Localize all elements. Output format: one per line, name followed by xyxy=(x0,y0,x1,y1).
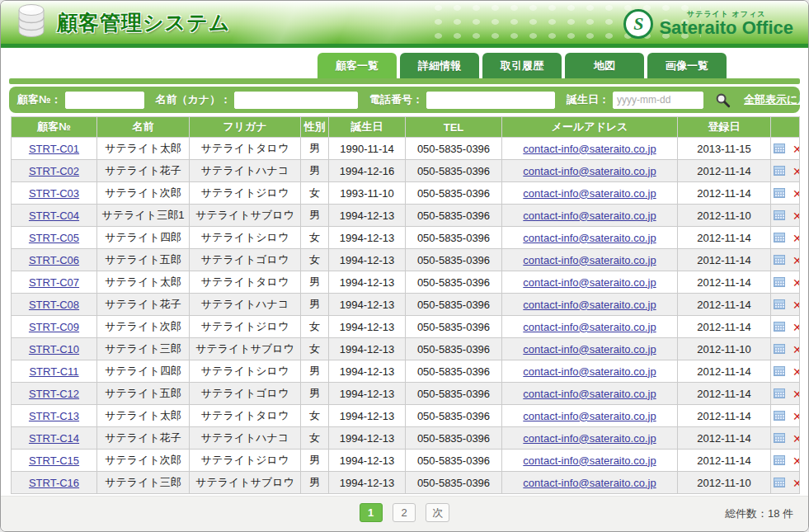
delete-icon[interactable]: ✕ xyxy=(793,231,800,244)
detail-grid-icon[interactable] xyxy=(774,144,785,153)
email-link[interactable]: contact-info@sateraito.co.jp xyxy=(523,210,656,222)
page-button-1[interactable]: 1 xyxy=(360,503,383,522)
detail-grid-icon[interactable] xyxy=(774,322,785,332)
detail-grid-icon[interactable] xyxy=(774,411,785,421)
customer-no-link[interactable]: STRT-C15 xyxy=(29,454,79,467)
delete-icon[interactable]: ✕ xyxy=(793,186,800,200)
customer-no-link[interactable]: STRT-C03 xyxy=(29,187,79,200)
table-row: STRT-C13サテライト太郎サテライトタロウ女1994-12-13050-58… xyxy=(12,405,800,427)
detail-grid-icon[interactable] xyxy=(774,210,785,220)
detail-grid-icon[interactable] xyxy=(774,344,785,354)
next-page-button[interactable]: 次 xyxy=(426,503,449,522)
delete-icon[interactable]: ✕ xyxy=(793,298,800,311)
email-link[interactable]: contact-info@sateraito.co.jp xyxy=(523,343,656,355)
detail-grid-icon[interactable] xyxy=(774,433,785,443)
delete-icon[interactable]: ✕ xyxy=(793,365,800,378)
birthday-cell: 1994-12-13 xyxy=(329,360,406,383)
customer-no-link[interactable]: STRT-C06 xyxy=(29,254,79,266)
registered-cell: 2012-11-14 xyxy=(678,182,771,205)
detail-grid-icon[interactable] xyxy=(774,255,785,265)
birthday-cell: 1994-12-13 xyxy=(329,338,406,360)
customer-no-input[interactable] xyxy=(65,92,144,109)
kana-cell: サテライトタロウ xyxy=(190,271,301,294)
birthday-input[interactable] xyxy=(613,92,703,109)
tab-transaction-history[interactable]: 取引履歴 xyxy=(482,53,562,78)
tab-detail-info[interactable]: 詳細情報 xyxy=(400,53,479,78)
customer-no-link[interactable]: STRT-C16 xyxy=(29,477,79,489)
app-window: 顧客管理システム S サテライト オフィス Sateraito Office 顧… xyxy=(0,0,809,532)
customer-no-link[interactable]: STRT-C04 xyxy=(29,210,79,222)
email-link[interactable]: contact-info@sateraito.co.jp xyxy=(523,187,656,200)
col-header-gender: 性別 xyxy=(301,117,329,138)
detail-grid-icon[interactable] xyxy=(774,455,785,465)
customer-no-link[interactable]: STRT-C08 xyxy=(29,299,79,311)
customer-no-link[interactable]: STRT-C07 xyxy=(29,276,79,289)
customer-no-link[interactable]: STRT-C09 xyxy=(29,321,79,333)
customer-no-link[interactable]: STRT-C10 xyxy=(29,343,79,355)
delete-icon[interactable]: ✕ xyxy=(793,142,800,155)
email-link[interactable]: contact-info@sateraito.co.jp xyxy=(523,232,656,244)
delete-icon[interactable]: ✕ xyxy=(793,409,800,422)
database-icon xyxy=(14,2,49,42)
col-header-email: メールアドレス xyxy=(502,117,678,138)
delete-icon[interactable]: ✕ xyxy=(793,275,800,289)
tab-image-list[interactable]: 画像一覧 xyxy=(647,53,727,78)
customer-no-link[interactable]: STRT-C11 xyxy=(29,365,78,378)
email-link[interactable]: contact-info@sateraito.co.jp xyxy=(523,321,656,333)
delete-icon[interactable]: ✕ xyxy=(793,342,800,355)
page-button-2[interactable]: 2 xyxy=(393,503,416,522)
customer-no-link[interactable]: STRT-C14 xyxy=(29,432,79,445)
tab-map[interactable]: 地図 xyxy=(565,53,644,78)
detail-grid-icon[interactable] xyxy=(774,277,785,287)
col-header-name: 名前 xyxy=(97,117,190,138)
detail-grid-icon[interactable] xyxy=(774,388,785,398)
name-cell: サテライト太郎 xyxy=(97,271,190,294)
registered-cell: 2012-11-14 xyxy=(678,249,771,271)
registered-cell: 2012-11-14 xyxy=(678,405,771,427)
registered-cell: 2012-11-14 xyxy=(678,227,771,249)
delete-icon[interactable]: ✕ xyxy=(793,209,800,222)
email-link[interactable]: contact-info@sateraito.co.jp xyxy=(523,454,656,467)
tab-customer-list[interactable]: 顧客一覧 xyxy=(317,53,397,78)
detail-grid-icon[interactable] xyxy=(774,366,785,376)
email-link[interactable]: contact-info@sateraito.co.jp xyxy=(523,432,656,445)
delete-icon[interactable]: ✕ xyxy=(793,164,800,177)
detail-grid-icon[interactable] xyxy=(774,188,785,198)
registered-cell: 2012-11-10 xyxy=(678,338,771,360)
tel-input[interactable] xyxy=(426,92,555,109)
delete-icon[interactable]: ✕ xyxy=(793,253,800,266)
delete-icon[interactable]: ✕ xyxy=(793,476,800,489)
customer-no-link[interactable]: STRT-C13 xyxy=(29,410,79,422)
birthday-cell: 1994-12-13 xyxy=(329,472,406,494)
customer-no-link[interactable]: STRT-C12 xyxy=(29,388,79,400)
email-link[interactable]: contact-info@sateraito.co.jp xyxy=(523,365,656,378)
detail-grid-icon[interactable] xyxy=(774,233,785,242)
search-icon[interactable] xyxy=(715,92,731,108)
email-link[interactable]: contact-info@sateraito.co.jp xyxy=(523,477,656,489)
gender-cell: 女 xyxy=(301,316,329,338)
customer-no-link[interactable]: STRT-C05 xyxy=(29,232,79,244)
name-cell: サテライト花子 xyxy=(97,427,190,450)
email-link[interactable]: contact-info@sateraito.co.jp xyxy=(523,410,656,422)
delete-icon[interactable]: ✕ xyxy=(793,454,800,467)
detail-grid-icon[interactable] xyxy=(774,478,785,487)
name-cell: サテライト五郎 xyxy=(97,383,190,405)
show-all-reset-link[interactable]: 全部表示に戻す xyxy=(744,92,809,107)
customer-no-link[interactable]: STRT-C01 xyxy=(29,143,79,155)
customer-no-link[interactable]: STRT-C02 xyxy=(29,165,79,177)
email-link[interactable]: contact-info@sateraito.co.jp xyxy=(523,254,656,266)
email-link[interactable]: contact-info@sateraito.co.jp xyxy=(523,299,656,311)
name-kana-input[interactable] xyxy=(234,92,358,109)
delete-icon[interactable]: ✕ xyxy=(793,387,800,400)
detail-grid-icon[interactable] xyxy=(774,166,785,176)
detail-grid-icon[interactable] xyxy=(774,299,785,309)
email-link[interactable]: contact-info@sateraito.co.jp xyxy=(523,165,656,177)
search-filter-bar: 顧客№： 名前（カナ）： 電話番号： 誕生日： 全部表示に戻す xyxy=(9,87,800,113)
email-link[interactable]: contact-info@sateraito.co.jp xyxy=(523,276,656,289)
delete-icon[interactable]: ✕ xyxy=(793,431,800,445)
birthday-cell: 1990-11-14 xyxy=(329,138,406,160)
delete-icon[interactable]: ✕ xyxy=(793,320,800,333)
email-link[interactable]: contact-info@sateraito.co.jp xyxy=(523,143,656,155)
email-link[interactable]: contact-info@sateraito.co.jp xyxy=(523,388,656,400)
tel-cell: 050-5835-0396 xyxy=(406,205,502,227)
